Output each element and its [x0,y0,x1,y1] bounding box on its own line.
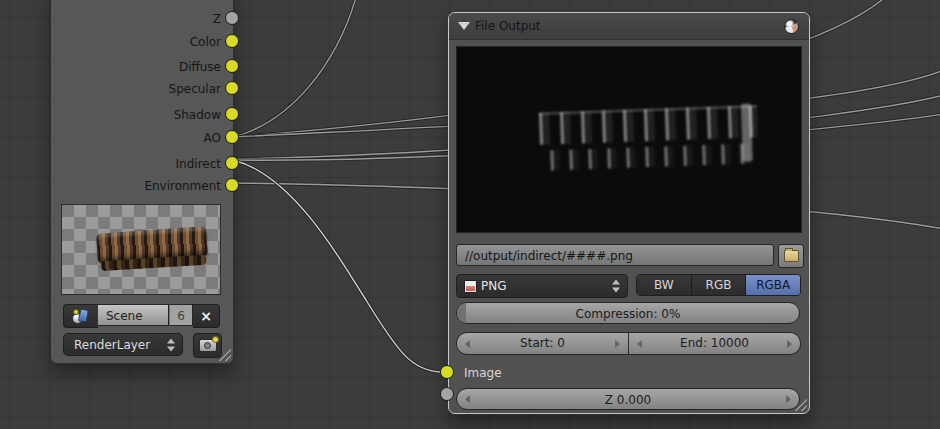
frame-start-field[interactable]: Start: 0 [457,333,629,354]
scene-icon [72,309,90,324]
slider-fill [457,303,466,323]
render-layer-row: RenderLayer [63,333,221,356]
increment-arrow-icon[interactable] [615,340,620,348]
frame-range-fields: Start: 0 End: 10000 [456,332,801,355]
re-render-button[interactable] [193,333,222,358]
socket-input-z[interactable] [440,387,454,401]
file-output-node[interactable]: File Output //output/indirect/####.png P… [448,12,810,414]
output-label-shadow: Shadow [174,107,221,123]
scene-selector: Scene 6 × [63,304,221,326]
node-title: File Output [475,13,541,39]
folder-icon [784,250,799,262]
frame-end-field[interactable]: End: 10000 [629,333,800,354]
decrement-arrow-icon[interactable] [465,340,470,348]
output-path-field[interactable]: //output/indirect/####.png [456,244,774,266]
render-layer-dropdown[interactable]: RenderLayer [63,333,183,356]
format-dropdown-value: PNG [481,275,507,297]
render-layers-node[interactable]: Z Color Diffuse Specular Shadow AO Indir… [50,0,234,364]
decrement-arrow-icon[interactable] [465,395,470,403]
collapse-triangle-icon[interactable] [458,22,470,30]
frame-start-label: Start: 0 [520,336,565,350]
scene-users-count[interactable]: 6 [169,304,193,326]
browse-path-button[interactable] [778,244,804,268]
socket-output-indirect[interactable] [225,156,239,170]
increment-arrow-icon[interactable] [787,340,792,348]
frame-end-label: End: 10000 [680,336,749,350]
wire-indirect-to-image [233,160,441,372]
output-label-z: Z [213,11,221,27]
compression-slider[interactable]: Compression: 0% [456,302,800,324]
z-value-label: Z 0.000 [605,393,651,407]
material-sphere-icon[interactable] [784,19,799,34]
close-icon: × [200,308,212,324]
node-editor-canvas[interactable]: Z Color Diffuse Specular Shadow AO Indir… [0,0,940,429]
output-label-environment: Environment [144,178,221,194]
camera-icon [199,339,217,352]
output-image-preview [456,46,802,233]
chevron-up-down-icon [612,280,620,293]
render-layer-dropdown-value: RenderLayer [74,338,150,352]
socket-output-diffuse[interactable] [225,59,239,73]
socket-output-ao[interactable] [225,130,239,144]
compression-slider-label: Compression: 0% [576,307,681,321]
socket-output-specular[interactable] [225,81,239,95]
socket-input-image[interactable] [440,365,454,379]
socket-output-color[interactable] [225,34,239,48]
color-mode-rgb[interactable]: RGB [692,275,747,295]
scene-browse-button[interactable] [63,304,98,328]
color-mode-bw[interactable]: BW [637,275,692,295]
scene-unlink-button[interactable]: × [193,304,220,328]
socket-output-shadow[interactable] [225,107,239,121]
node-header[interactable]: File Output [449,13,809,40]
output-label-diffuse: Diffuse [179,59,221,75]
format-dropdown[interactable]: PNG [456,274,628,298]
socket-output-environment[interactable] [225,178,239,192]
scene-name-field[interactable]: Scene [97,304,169,326]
image-file-icon [464,280,477,293]
output-label-specular: Specular [169,81,221,97]
decrement-arrow-icon[interactable] [637,340,642,348]
socket-output-z[interactable] [225,11,239,25]
output-label-color: Color [190,34,221,50]
chevron-up-down-icon [167,338,175,351]
output-label-indirect: Indirect [176,156,221,172]
wire-ao-up [233,0,357,137]
indirect-pass-thumbnail [539,95,760,185]
rendered-object-thumbnail [96,226,208,264]
output-label-ao: AO [204,130,221,146]
image-input-label: Image [464,365,502,381]
z-value-field[interactable]: Z 0.000 [456,388,800,410]
render-result-preview [61,204,221,295]
color-mode-rgba[interactable]: RGBA [746,275,800,295]
increment-arrow-icon[interactable] [786,395,791,403]
color-mode-toggle: BW RGB RGBA [636,274,801,296]
